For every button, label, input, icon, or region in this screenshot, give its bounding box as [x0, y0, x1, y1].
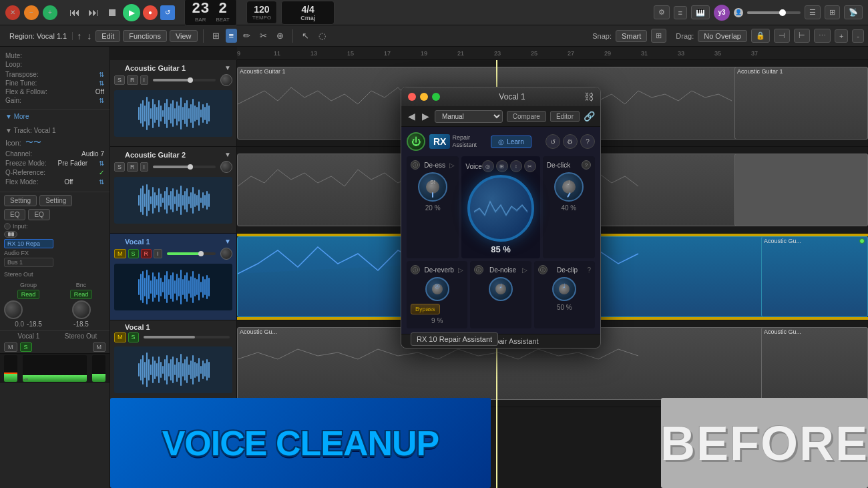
settings-icon[interactable]: ⚙ — [654, 5, 670, 19]
track-s-btn-3[interactable]: S — [128, 249, 139, 259]
minimize-button[interactable]: − — [24, 5, 39, 20]
denoise-expand-icon[interactable]: ▷ — [522, 266, 527, 274]
voice-tool-4[interactable]: ✂ — [524, 160, 536, 172]
snap-value-button[interactable]: Smart — [616, 30, 647, 42]
track-r-btn-2[interactable]: R — [127, 162, 138, 172]
scissors-tool[interactable]: ✂ — [256, 29, 270, 43]
setting-button-1[interactable]: Setting — [4, 195, 37, 206]
track-m-btn-4[interactable]: M — [114, 332, 126, 342]
drag-toggle[interactable]: 🔒 — [751, 29, 770, 43]
read-button[interactable]: Read — [17, 290, 40, 299]
cycle-button[interactable]: ↺ — [160, 5, 175, 20]
next-region-button[interactable]: ↓ — [85, 29, 93, 43]
track-i-btn-3[interactable]: I — [154, 249, 162, 259]
fine-tune-arrows[interactable]: ⇅ — [99, 79, 104, 87]
bypass-button[interactable]: Bypass — [411, 304, 440, 314]
user-avatar[interactable]: y3 — [714, 5, 730, 21]
user-icon[interactable]: 👤 — [734, 8, 743, 17]
track-i-btn-1[interactable]: I — [140, 75, 149, 85]
track-m-btn-3[interactable]: M — [114, 249, 126, 259]
audio-region-guitar2b[interactable] — [734, 154, 868, 226]
chain-icon[interactable]: ⛓ — [584, 91, 594, 102]
list-icon[interactable]: ≡ — [674, 6, 687, 19]
declip-expand-icon[interactable]: ? — [587, 266, 591, 274]
menu-icon[interactable]: ☰ — [805, 5, 821, 19]
close-button[interactable]: ✕ — [5, 5, 20, 20]
more-link[interactable]: ▼ More — [5, 113, 104, 120]
list-view-button[interactable]: ≡ — [226, 29, 238, 43]
pan-knob-1[interactable] — [4, 300, 23, 319]
rx-help-button[interactable]: ? — [580, 134, 595, 149]
track-fader-2[interactable] — [153, 166, 216, 168]
more-options-icon[interactable]: ⋯ — [814, 29, 831, 43]
record-button[interactable]: ● — [143, 5, 158, 20]
rewind-button[interactable]: ⏮ — [67, 5, 83, 20]
master-volume[interactable] — [747, 11, 801, 14]
voice-tool-2[interactable]: ⊞ — [496, 160, 508, 172]
voice-tool-1[interactable]: ◎ — [482, 160, 494, 172]
volume-track[interactable] — [747, 11, 801, 14]
track-i-btn-2[interactable]: I — [140, 162, 149, 172]
edit-menu-button[interactable]: Edit — [95, 30, 120, 42]
transpose-arrows[interactable]: ⇅ — [99, 71, 104, 78]
track-fader-3[interactable] — [167, 252, 216, 255]
link-icon[interactable]: 🔗 — [584, 111, 595, 121]
pencil-tool[interactable]: ✏ — [240, 29, 254, 43]
maximize-button[interactable]: + — [43, 5, 57, 20]
fast-forward-button[interactable]: ⏭ — [85, 5, 101, 20]
dereverb-knob[interactable]: ◎ — [425, 277, 449, 301]
denoise-knob[interactable]: ♩ — [489, 277, 513, 301]
zoom-out-icon[interactable]: - — [852, 29, 864, 43]
read-button-2[interactable]: Read — [70, 290, 93, 299]
bus-slot[interactable]: Bus 1 — [4, 258, 53, 267]
functions-menu-button[interactable]: Functions — [123, 30, 167, 42]
setting-button-2[interactable]: Setting — [39, 195, 72, 206]
eq-button-1[interactable]: EQ — [4, 209, 25, 220]
track-collapse-1[interactable]: ▼ — [223, 63, 232, 73]
declip-info-icon[interactable]: ⓘ — [538, 265, 548, 274]
align-right-icon[interactable]: ⊢ — [794, 29, 810, 43]
m-button-footer-2[interactable]: M — [93, 342, 106, 352]
track-fader-4[interactable] — [144, 336, 230, 338]
play-button[interactable]: ▶ — [123, 4, 140, 21]
time-signature-display[interactable]: 4/4 Cmaj — [281, 1, 335, 25]
track-collapse-2[interactable]: ▼ — [223, 150, 232, 160]
view-menu-button[interactable]: View — [170, 30, 198, 42]
deess-knob[interactable]: S! — [418, 172, 447, 202]
flex-mode-arrows[interactable]: ⇅ — [99, 178, 104, 186]
prev-preset-button[interactable]: ◀ — [407, 109, 417, 123]
fade-tool[interactable]: ◌ — [315, 29, 329, 43]
audio-region-vocal1b[interactable]: Acoustic Gu... — [761, 236, 868, 317]
window-minimize-button[interactable] — [420, 93, 428, 101]
s-button-footer[interactable]: S — [20, 342, 32, 352]
align-left-icon[interactable]: ⊣ — [774, 29, 790, 43]
declip-knob[interactable]: ♩ — [552, 277, 576, 301]
declick-knob[interactable]: ♩ — [554, 172, 584, 202]
editor-button[interactable]: Editor — [550, 111, 580, 122]
voice-main-knob[interactable] — [467, 175, 534, 242]
next-preset-button[interactable]: ▶ — [421, 109, 431, 123]
dereverb-info-icon[interactable]: ⓘ — [411, 265, 420, 274]
snap-toggle[interactable]: ⊞ — [651, 29, 666, 43]
cursor-tool[interactable]: ↖ — [298, 29, 312, 43]
tempo-display[interactable]: 120 TEMPO — [246, 1, 277, 24]
grid-icon[interactable]: ⊞ — [825, 5, 840, 19]
deess-info-icon[interactable]: ⓘ — [411, 160, 420, 170]
broadcast-icon[interactable]: 📡 — [844, 5, 863, 19]
track-r-btn-3[interactable]: R — [141, 249, 152, 259]
stop-button[interactable]: ⏹ — [104, 5, 120, 20]
drag-value-button[interactable]: No Overlap — [698, 30, 747, 42]
track-s-btn-4[interactable]: S — [128, 332, 139, 342]
rx-undo-button[interactable]: ↺ — [546, 134, 560, 149]
dereverb-expand-icon[interactable]: ▷ — [458, 266, 463, 274]
zoom-in-icon[interactable]: + — [835, 29, 848, 43]
freeze-arrows[interactable]: ⇅ — [99, 160, 104, 167]
prev-region-button[interactable]: ↑ — [75, 29, 83, 43]
piano-icon[interactable]: 🎹 — [691, 5, 710, 19]
denoise-info-icon[interactable]: ⓘ — [474, 265, 483, 274]
preset-selector[interactable]: Manual — [435, 110, 503, 123]
track-fader-1[interactable] — [153, 79, 216, 81]
pan-knob-2[interactable] — [72, 300, 91, 319]
track-collapse-3[interactable]: ▼ — [223, 236, 232, 246]
deess-expand-icon[interactable]: ▷ — [449, 162, 455, 169]
